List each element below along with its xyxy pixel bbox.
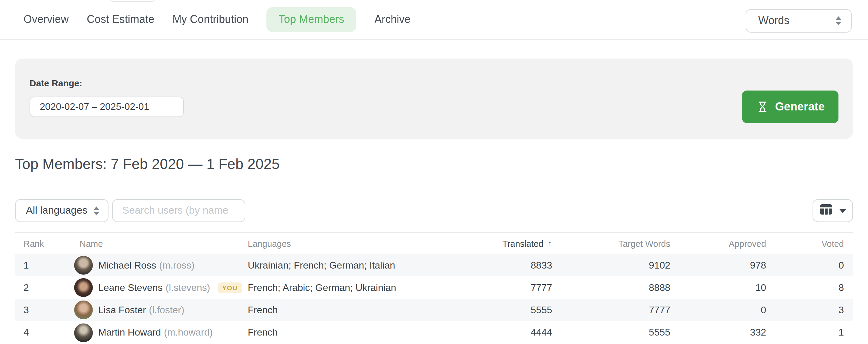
unit-select-value: Words — [758, 15, 835, 27]
tab-cost-estimate[interactable]: Cost Estimate — [87, 7, 154, 32]
member-username: (l.foster) — [149, 305, 184, 315]
rank-cell: 4 — [15, 327, 80, 338]
hourglass-icon — [756, 100, 769, 113]
generate-button-label: Generate — [775, 100, 825, 113]
target-words-cell: 8888 — [552, 282, 670, 293]
voted-cell: 3 — [766, 305, 844, 315]
languages-cell: French — [248, 305, 447, 315]
member-cell[interactable]: Lisa Foster (l.foster) — [80, 300, 248, 319]
voted-cell: 0 — [766, 260, 844, 271]
languages-cell: French; Arabic; German; Ukrainian — [248, 282, 447, 293]
member-name[interactable]: Leane Stevens — [98, 282, 163, 293]
target-words-cell: 5555 — [552, 327, 670, 338]
table-row: 4 Martin Howard (m.howard) French 4444 5… — [15, 321, 853, 344]
select-updown-icon — [835, 16, 841, 25]
report-generation-panel: Date Range: 2020-02-07 – 2025-02-01 Gene… — [15, 59, 853, 139]
member-cell[interactable]: Leane Stevens (l.stevens) YOU — [80, 278, 248, 297]
table-header-row: Rank Name Languages Translated↑ Target W… — [15, 232, 853, 254]
column-header-rank[interactable]: Rank — [15, 239, 80, 248]
approved-cell: 10 — [670, 282, 766, 293]
date-range-label: Date Range: — [30, 78, 82, 88]
member-cell[interactable]: Michael Ross (m.ross) — [80, 256, 248, 275]
member-name[interactable]: Michael Ross — [98, 260, 156, 271]
tab-my-contribution[interactable]: My Contribution — [173, 7, 248, 32]
table-row: 2 Leane Stevens (l.stevens) YOU French; … — [15, 277, 853, 299]
approved-cell: 332 — [670, 327, 766, 338]
column-header-approved[interactable]: Approved — [670, 239, 766, 248]
translated-cell: 5555 — [447, 305, 552, 315]
tab-overview[interactable]: Overview — [24, 7, 69, 32]
member-cell[interactable]: Martin Howard (m.howard) — [80, 323, 248, 342]
column-header-voted[interactable]: Voted — [766, 239, 844, 248]
member-username: (l.stevens) — [166, 282, 210, 293]
tab-archive[interactable]: Archive — [374, 7, 410, 32]
sort-ascending-icon: ↑ — [548, 238, 552, 249]
language-filter-select[interactable]: All languages — [15, 199, 108, 222]
avatar[interactable] — [74, 323, 93, 342]
column-header-name[interactable]: Name — [80, 239, 248, 248]
table-columns-icon — [819, 204, 832, 217]
date-range-input[interactable]: 2020-02-07 – 2025-02-01 — [30, 96, 184, 117]
target-words-cell: 9102 — [552, 260, 670, 271]
rank-cell: 2 — [15, 282, 80, 293]
top-members-page: Overview Cost Estimate My Contribution T… — [0, 0, 868, 344]
voted-cell: 1 — [766, 327, 844, 338]
voted-cell: 8 — [766, 282, 844, 293]
avatar[interactable] — [74, 256, 93, 275]
column-header-translated-label: Translated — [502, 239, 544, 249]
member-username: (m.howard) — [164, 327, 213, 338]
rank-cell: 1 — [15, 260, 80, 271]
generate-button[interactable]: Generate — [742, 90, 838, 123]
rank-cell: 3 — [15, 305, 80, 315]
column-header-target-words[interactable]: Target Words — [552, 239, 670, 248]
member-name[interactable]: Lisa Foster — [98, 305, 146, 315]
avatar[interactable] — [74, 278, 93, 297]
search-users-input[interactable] — [112, 199, 245, 222]
filters-row: All languages — [0, 199, 868, 222]
chevron-down-icon — [839, 208, 846, 213]
languages-cell: Ukrainian; French; German; Italian — [248, 260, 447, 271]
approved-cell: 0 — [670, 305, 766, 315]
top-members-table: Rank Name Languages Translated↑ Target W… — [15, 232, 853, 344]
translated-cell: 7777 — [447, 282, 552, 293]
you-badge: YOU — [217, 282, 242, 293]
column-header-languages[interactable]: Languages — [248, 239, 447, 248]
unit-select[interactable]: Words — [746, 9, 852, 33]
column-header-translated[interactable]: Translated↑ — [447, 238, 552, 249]
translated-cell: 8833 — [447, 260, 552, 271]
member-name[interactable]: Martin Howard — [98, 327, 161, 338]
tabs-group: Overview Cost Estimate My Contribution T… — [24, 7, 410, 32]
target-words-cell: 7777 — [552, 305, 670, 315]
member-username: (m.ross) — [159, 260, 194, 271]
tab-top-members[interactable]: Top Members — [267, 7, 356, 32]
translated-cell: 4444 — [447, 327, 552, 338]
avatar[interactable] — [74, 300, 93, 319]
approved-cell: 978 — [670, 260, 766, 271]
columns-settings-button[interactable] — [812, 199, 853, 222]
languages-cell: French — [248, 327, 447, 338]
table-row: 1 Michael Ross (m.ross) Ukrainian; Frenc… — [15, 254, 853, 277]
report-tabbar: Overview Cost Estimate My Contribution T… — [0, 0, 868, 40]
table-row: 3 Lisa Foster (l.foster) French 5555 777… — [15, 299, 853, 321]
language-filter-value: All languages — [26, 205, 87, 217]
page-title: Top Members: 7 Feb 2020 — 1 Feb 2025 — [15, 156, 280, 173]
select-updown-icon — [93, 206, 99, 215]
